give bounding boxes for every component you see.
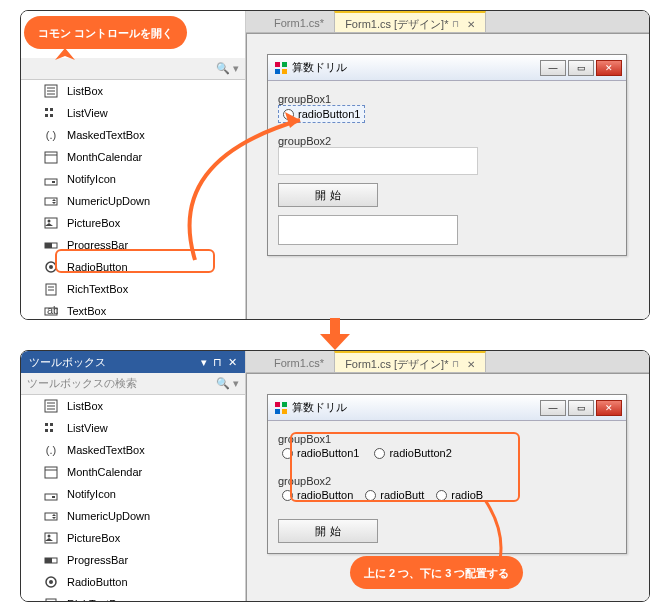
groupbox1-label: groupBox1: [278, 433, 616, 445]
svg-rect-7: [50, 114, 53, 117]
close-button[interactable]: ✕: [596, 60, 622, 76]
groupbox2-area[interactable]: radioButtonradioButtradioB: [278, 487, 616, 511]
groupbox2-area[interactable]: [278, 147, 478, 175]
svg-rect-39: [52, 496, 55, 498]
maximize-button[interactable]: ▭: [568, 60, 594, 76]
toolbox-item-notifyicon[interactable]: NotifyIcon: [21, 168, 245, 190]
toolbox-item-listbox[interactable]: ListBox: [21, 395, 245, 417]
svg-rect-12: [45, 198, 57, 205]
toolbox-item-radiobutton[interactable]: RadioButton: [21, 571, 245, 593]
dropdown-icon[interactable]: ▾: [201, 356, 207, 369]
toolbox-item-textbox[interactable]: ablTextBox: [21, 300, 245, 320]
listview-icon: [43, 420, 59, 436]
svg-rect-44: [45, 558, 52, 563]
search-icon[interactable]: 🔍 ▾: [216, 377, 239, 390]
radio-circle-icon: [283, 109, 294, 120]
toolbox-item-label: PictureBox: [67, 532, 120, 544]
radio-button-1[interactable]: radioButton1: [278, 445, 363, 461]
toolbox-item-progressbar[interactable]: ProgressBar: [21, 234, 245, 256]
form-body: groupBox1 radioButton1 radioButton2 grou…: [268, 421, 626, 553]
toolbox-item-label: ProgressBar: [67, 239, 128, 251]
radio-label: radioB: [451, 489, 483, 501]
notifyicon-icon: [43, 171, 59, 187]
toolbox-item-richtextbox[interactable]: RichTextBox: [21, 593, 245, 602]
tab-code[interactable]: Form1.cs*: [264, 11, 334, 32]
form-window[interactable]: 算数ドリル — ▭ ✕ groupBox1 radioButton1 group…: [267, 54, 627, 256]
callout-bottom: 上に 2 つ、下に 3 つ配置する: [350, 556, 523, 589]
toolbox-item-radiobutton[interactable]: RadioButton: [21, 256, 245, 278]
radio-button-3[interactable]: radioButton: [278, 487, 357, 503]
toolbox-item-monthcalendar[interactable]: MonthCalendar: [21, 461, 245, 483]
groupbox2-label: groupBox2: [278, 135, 616, 147]
progressbar-icon: [43, 237, 59, 253]
pin-icon[interactable]: ⊓: [452, 359, 459, 369]
form-window[interactable]: 算数ドリル — ▭ ✕ groupBox1 radioButton1 radio…: [267, 394, 627, 554]
toolbox-item-numericupdown[interactable]: NumericUpDown: [21, 190, 245, 212]
svg-rect-51: [282, 402, 287, 407]
tab-design[interactable]: Form1.cs [デザイン]*⊓✕: [334, 351, 486, 372]
form-titlebar: 算数ドリル — ▭ ✕: [268, 395, 626, 421]
radio-circle-icon: [365, 490, 376, 501]
radio-button-4[interactable]: radioButt: [361, 487, 428, 503]
minimize-button[interactable]: —: [540, 400, 566, 416]
close-icon[interactable]: ✕: [467, 19, 475, 30]
toolbox-item-maskedtextbox[interactable]: (.)MaskedTextBox: [21, 124, 245, 146]
close-icon[interactable]: ✕: [228, 356, 237, 369]
toolbox-search[interactable]: ツールボックスの検索 🔍 ▾: [21, 373, 245, 395]
svg-text:abl: abl: [47, 304, 58, 316]
close-icon[interactable]: ✕: [467, 359, 475, 370]
radio-button-5[interactable]: radioB: [432, 487, 487, 503]
toolbox-item-picturebox[interactable]: PictureBox: [21, 527, 245, 549]
monthcalendar-icon: [43, 149, 59, 165]
maximize-button[interactable]: ▭: [568, 400, 594, 416]
toolbox-item-numericupdown[interactable]: NumericUpDown: [21, 505, 245, 527]
pin-icon[interactable]: ⊓: [452, 19, 459, 29]
svg-rect-35: [50, 429, 53, 432]
svg-rect-38: [45, 494, 57, 500]
window-buttons: — ▭ ✕: [540, 60, 622, 76]
groupbox1-area[interactable]: radioButton1 radioButton2: [278, 445, 616, 469]
groupbox2-label: groupBox2: [278, 475, 616, 487]
radio-button-1[interactable]: radioButton1: [278, 105, 365, 123]
toolbox-item-maskedtextbox[interactable]: (.)MaskedTextBox: [21, 439, 245, 461]
toolbox-item-label: NumericUpDown: [67, 510, 150, 522]
svg-rect-52: [275, 409, 280, 414]
callout-text: コモン コントロールを開く: [38, 27, 173, 39]
listbox-icon: [43, 83, 59, 99]
search-placeholder: ツールボックスの検索: [27, 376, 137, 391]
svg-rect-5: [50, 108, 53, 111]
bottom-screenshot: ツールボックス ▾ ⊓ ✕ ツールボックスの検索 🔍 ▾ ListBox Lis…: [20, 350, 650, 602]
radio-button-2[interactable]: radioButton2: [370, 445, 455, 461]
tab-design[interactable]: Form1.cs [デザイン]*⊓✕: [334, 11, 486, 32]
toolbox-item-label: MaskedTextBox: [67, 129, 145, 141]
toolbox-item-picturebox[interactable]: PictureBox: [21, 212, 245, 234]
arrow-down-icon: [320, 318, 350, 350]
toolbox-item-label: PictureBox: [67, 217, 120, 229]
search-icon[interactable]: 🔍 ▾: [216, 62, 239, 75]
toolbox-item-progressbar[interactable]: ProgressBar: [21, 549, 245, 571]
toolbox-item-monthcalendar[interactable]: MonthCalendar: [21, 146, 245, 168]
minimize-button[interactable]: —: [540, 60, 566, 76]
toolbox-item-listview[interactable]: ListView: [21, 417, 245, 439]
progressbar-icon: [43, 552, 59, 568]
toolbox-item-richtextbox[interactable]: RichTextBox: [21, 278, 245, 300]
toolbox-item-label: MonthCalendar: [67, 466, 142, 478]
result-box: [278, 215, 458, 245]
close-button[interactable]: ✕: [596, 400, 622, 416]
start-button[interactable]: 開 始: [278, 519, 378, 543]
callout-text: 上に 2 つ、下に 3 つ配置する: [364, 567, 509, 579]
toolbox-item-listbox[interactable]: ListBox: [21, 80, 245, 102]
listbox-icon: [43, 398, 59, 414]
toolbox-item-label: ProgressBar: [67, 554, 128, 566]
toolbox-item-listview[interactable]: ListView: [21, 102, 245, 124]
start-button[interactable]: 開 始: [278, 183, 378, 207]
top-screenshot: ... 🔍 ▾ ListBox ListView (.)MaskedTextBo…: [20, 10, 650, 320]
pin-icon[interactable]: ⊓: [213, 356, 222, 369]
design-canvas[interactable]: 算数ドリル — ▭ ✕ groupBox1 radioButton1 group…: [246, 33, 649, 319]
toolbox-item-notifyicon[interactable]: NotifyIcon: [21, 483, 245, 505]
tab-code[interactable]: Form1.cs*: [264, 351, 334, 372]
radio-label: radioButton1: [298, 108, 360, 120]
numericupdown-icon: [43, 193, 59, 209]
groupbox1-area[interactable]: radioButton1: [278, 105, 616, 129]
svg-rect-13: [45, 218, 57, 228]
